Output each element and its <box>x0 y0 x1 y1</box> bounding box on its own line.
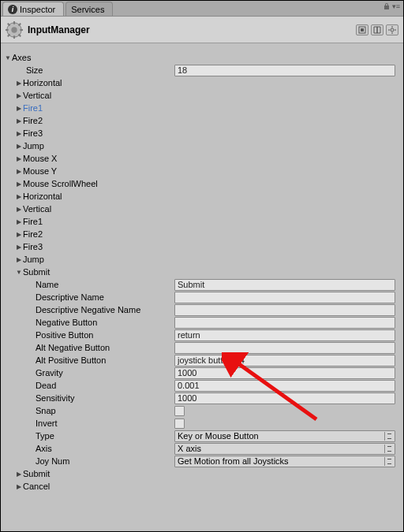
axis-item-label: Fire1 <box>23 103 43 113</box>
axis-item[interactable]: ▶Jump <box>4 140 400 152</box>
tab-label: Services <box>71 5 104 14</box>
axis-item[interactable]: ▶Fire3 <box>4 127 400 140</box>
axis-item[interactable]: ▼Submit <box>4 266 400 278</box>
axis-item[interactable]: ▶Fire2 <box>4 114 400 127</box>
property-label: Axis <box>36 444 52 453</box>
axis-item[interactable]: ▶Vertical <box>4 89 400 102</box>
dropdown-value: X axis <box>178 444 201 453</box>
property-label: Sensitivity <box>36 393 75 403</box>
dropdown-value: Key or Mouse Button <box>178 431 259 441</box>
axes-foldout[interactable]: ▼ Axes <box>4 51 400 64</box>
desc_neg-input[interactable] <box>174 304 395 316</box>
axes-list: ▶Horizontal▶Vertical▶Fire1▶Fire2▶Fire3▶J… <box>4 76 400 493</box>
axis-dropdown[interactable]: X axis▴▾ <box>174 443 395 455</box>
content-area: ▼ Axes Size ▶Horizontal▶Vertical▶Fire1▶F… <box>1 51 403 493</box>
alt_pos-input[interactable] <box>174 355 395 366</box>
property-row: Dead <box>4 379 400 392</box>
axis-item[interactable]: ▶Mouse ScrollWheel <box>4 177 400 190</box>
desc_name-input[interactable] <box>174 292 395 303</box>
alt_neg-input[interactable] <box>174 342 395 354</box>
settings-button[interactable] <box>386 24 398 35</box>
property-row: Alt Negative Button <box>4 341 400 354</box>
axes-label: Axes <box>12 53 31 62</box>
gravity-input[interactable] <box>174 367 395 379</box>
tab-services[interactable]: Services <box>65 2 113 16</box>
axis-item[interactable]: ▶Fire2 <box>4 228 400 240</box>
chevron-right-icon: ▶ <box>15 471 23 478</box>
axis-item[interactable]: ▶Jump <box>4 253 400 266</box>
sensitivity-input[interactable] <box>174 392 395 404</box>
axis-item-label: Fire3 <box>23 128 43 138</box>
axis-item-label: Fire1 <box>23 217 43 226</box>
help-button[interactable] <box>371 24 383 35</box>
axis-item[interactable]: ▶Horizontal <box>4 76 400 89</box>
property-row: Descriptive Name <box>4 291 400 303</box>
tab-label: Inspector <box>20 5 55 14</box>
snap-checkbox[interactable] <box>174 406 185 416</box>
property-row: Gravity <box>4 366 400 379</box>
axis-item[interactable]: ▶Fire1 <box>4 215 400 228</box>
axis-item[interactable]: ▶Horizontal <box>4 190 400 203</box>
panel-menu-icon[interactable]: ▾≡ <box>392 2 400 10</box>
chevron-right-icon: ▶ <box>15 206 23 213</box>
tab-bar: i Inspector Services ▾≡ <box>1 1 403 17</box>
chevron-right-icon: ▶ <box>15 155 23 162</box>
updown-icon: ▴▾ <box>388 445 391 452</box>
type-dropdown[interactable]: Key or Mouse Button▴▾ <box>174 430 395 442</box>
svg-line-7 <box>19 34 21 36</box>
box-icon <box>358 26 366 34</box>
joynum-dropdown[interactable]: Get Motion from all Joysticks▴▾ <box>174 456 395 467</box>
axis-item-label: Mouse Y <box>23 166 57 176</box>
svg-rect-11 <box>361 28 364 32</box>
axis-item[interactable]: ▶Cancel <box>4 480 400 493</box>
property-row: Snap <box>4 404 400 417</box>
component-title: InputManager <box>28 24 90 35</box>
property-label: Joy Num <box>36 456 69 466</box>
chevron-right-icon: ▶ <box>15 218 23 225</box>
chevron-right-icon: ▶ <box>15 80 23 87</box>
chevron-right-icon: ▶ <box>15 483 23 490</box>
component-header: InputManager <box>1 17 403 43</box>
axis-item-label: Vertical <box>23 204 51 214</box>
chevron-right-icon: ▶ <box>15 92 23 99</box>
chevron-right-icon: ▶ <box>15 105 23 112</box>
property-label: Positive Button <box>36 330 93 340</box>
property-label: Descriptive Negative Name <box>36 305 140 314</box>
axis-item[interactable]: ▶Mouse X <box>4 152 400 165</box>
chevron-down-icon: ▼ <box>15 269 23 276</box>
size-input[interactable] <box>174 65 395 76</box>
axis-item-label: Fire2 <box>23 229 43 239</box>
axis-item[interactable]: ▶Mouse Y <box>4 165 400 177</box>
pos_btn-input[interactable] <box>174 329 395 341</box>
property-label: Alt Positive Button <box>36 355 106 365</box>
dead-input[interactable] <box>174 380 395 392</box>
axis-item[interactable]: ▶Submit <box>4 467 400 480</box>
neg_btn-input[interactable] <box>174 317 395 329</box>
svg-line-8 <box>8 34 10 36</box>
chevron-down-icon: ▼ <box>4 54 12 61</box>
dropdown-value: Get Motion from all Joysticks <box>178 456 289 466</box>
chevron-right-icon: ▶ <box>15 117 23 125</box>
info-icon: i <box>8 5 17 14</box>
property-row: Sensitivity <box>4 392 400 404</box>
svg-line-9 <box>19 23 21 25</box>
property-row: AxisX axis▴▾ <box>4 442 400 455</box>
property-label: Alt Negative Button <box>36 343 110 352</box>
axis-item-label: Mouse X <box>23 154 57 163</box>
axis-item-label: Jump <box>23 255 44 264</box>
axis-item[interactable]: ▶Vertical <box>4 203 400 215</box>
chevron-right-icon: ▶ <box>15 193 23 200</box>
axis-item[interactable]: ▶Fire1 <box>4 102 400 114</box>
property-row: Name <box>4 278 400 291</box>
tab-inspector[interactable]: i Inspector <box>2 2 64 16</box>
axis-item-label: Fire2 <box>23 116 43 125</box>
svg-line-6 <box>8 23 10 25</box>
chevron-right-icon: ▶ <box>15 244 23 251</box>
property-row: Invert <box>4 417 400 430</box>
open-button[interactable] <box>356 24 368 35</box>
lock-icon[interactable] <box>383 2 391 10</box>
name-input[interactable] <box>174 279 395 291</box>
axis-item[interactable]: ▶Fire3 <box>4 240 400 253</box>
property-label: Dead <box>36 381 56 390</box>
invert-checkbox[interactable] <box>174 419 185 429</box>
